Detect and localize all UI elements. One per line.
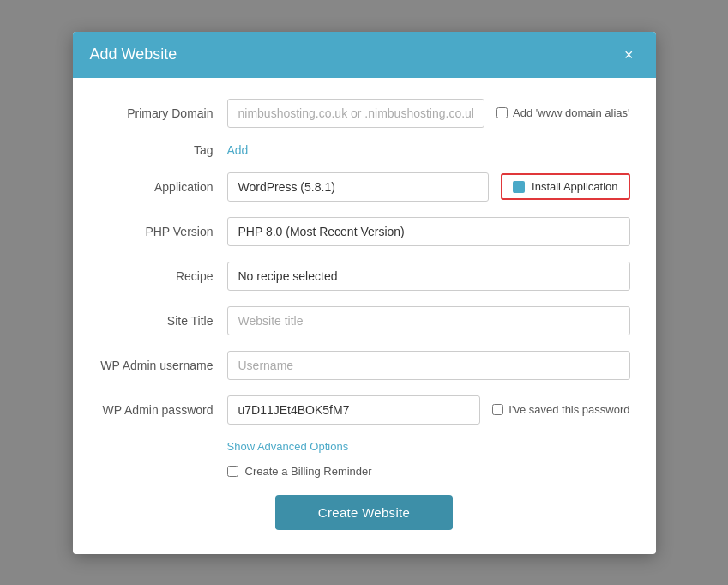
primary-domain-input[interactable] xyxy=(227,99,485,128)
saved-password-checkbox[interactable] xyxy=(492,404,503,415)
create-website-button[interactable]: Create Website xyxy=(275,495,453,530)
php-version-row: PHP Version xyxy=(99,217,630,246)
tag-row: Tag Add xyxy=(99,143,630,157)
billing-reminder-checkbox[interactable] xyxy=(227,466,238,477)
modal-header: Add Website × xyxy=(73,32,656,78)
application-row: Application Install Application xyxy=(99,172,630,202)
site-title-row: Site Title xyxy=(99,306,630,335)
saved-password-label: I've saved this password xyxy=(508,403,629,416)
saved-password-option: I've saved this password xyxy=(492,403,629,416)
wp-admin-password-row: WP Admin password I've saved this passwo… xyxy=(99,395,630,425)
php-version-label: PHP Version xyxy=(99,225,227,238)
wp-admin-username-label: WP Admin username xyxy=(99,359,227,372)
wp-admin-username-input[interactable] xyxy=(227,351,630,380)
tag-add-link[interactable]: Add xyxy=(227,143,249,157)
site-title-label: Site Title xyxy=(99,314,227,328)
show-advanced-link[interactable]: Show Advanced Options xyxy=(227,440,630,453)
install-button-wrap: Install Application xyxy=(501,173,629,200)
billing-reminder-row: Create a Billing Reminder xyxy=(227,465,630,478)
primary-domain-row: Primary Domain Add 'www domain alias' xyxy=(99,99,630,128)
billing-reminder-label: Create a Billing Reminder xyxy=(245,465,372,478)
add-website-modal: Add Website × Primary Domain Add 'www do… xyxy=(73,32,656,554)
close-button[interactable]: × xyxy=(619,45,639,64)
recipe-input[interactable] xyxy=(227,262,630,291)
install-application-button[interactable]: Install Application xyxy=(501,173,629,200)
wp-admin-username-row: WP Admin username xyxy=(99,351,630,380)
wp-admin-password-label: WP Admin password xyxy=(99,403,227,417)
primary-domain-label: Primary Domain xyxy=(99,106,227,120)
modal-body: Primary Domain Add 'www domain alias' Ta… xyxy=(73,78,656,554)
install-checkbox-icon xyxy=(513,181,525,193)
modal-title: Add Website xyxy=(90,45,177,63)
www-alias-option: Add 'www domain alias' xyxy=(496,106,629,119)
application-input[interactable] xyxy=(227,172,490,202)
tag-label: Tag xyxy=(99,143,227,157)
modal-overlay: Add Website × Primary Domain Add 'www do… xyxy=(0,0,728,585)
php-version-input[interactable] xyxy=(227,217,630,246)
wp-admin-password-input[interactable] xyxy=(227,395,481,425)
site-title-input[interactable] xyxy=(227,306,630,335)
install-application-label: Install Application xyxy=(532,180,617,193)
application-label: Application xyxy=(99,180,227,194)
recipe-row: Recipe xyxy=(99,262,630,291)
www-alias-label: Add 'www domain alias' xyxy=(513,106,629,119)
www-alias-checkbox[interactable] xyxy=(496,107,508,118)
recipe-label: Recipe xyxy=(99,269,227,283)
